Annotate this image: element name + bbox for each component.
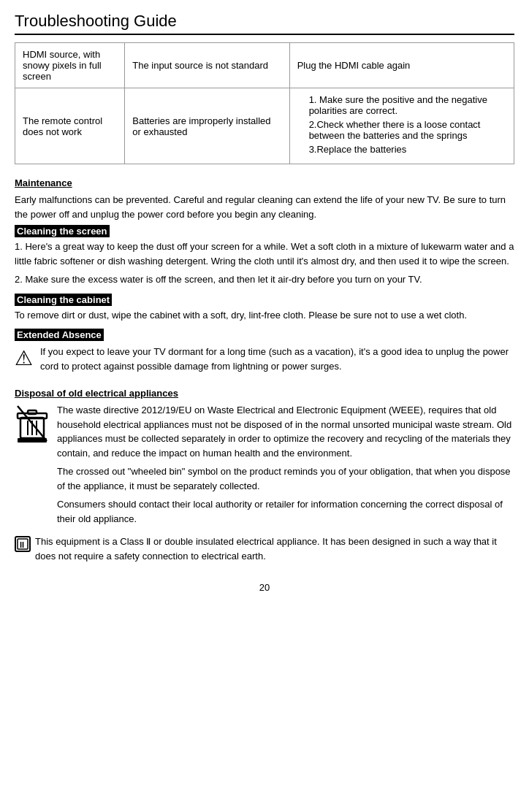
table-cell-symptom-1: HDMI source, with snowy pixels in full s…: [15, 43, 125, 88]
extended-absence-section: Extended Absence ⚠ If you expect to leav…: [15, 329, 514, 378]
page-number: 20: [15, 582, 514, 593]
maintenance-intro: Early malfunctions can be prevented. Car…: [15, 193, 514, 221]
cleaning-screen-para1: 1. Here's a great way to keep the dust o…: [15, 240, 514, 268]
warning-icon: ⚠: [15, 346, 33, 370]
cleaning-cabinet-heading: Cleaning the cabinet: [15, 294, 112, 306]
disposal-para2: The crossed out "wheeled bin" symbol on …: [57, 464, 514, 493]
solution-item-3: 3.Replace the batteries: [309, 144, 506, 155]
maintenance-section: Maintenance Early malfunctions can be pr…: [15, 177, 514, 378]
table-row: HDMI source, with snowy pixels in full s…: [15, 43, 514, 88]
svg-rect-2: [28, 410, 37, 414]
table-cell-solution-1: Plug the HDMI cable again: [289, 43, 514, 88]
table-cell-solution-2: 1. Make sure the positive and the negati…: [289, 88, 514, 164]
disposal-section: Disposal of old electrical appliances Th…: [15, 388, 514, 567]
table-row: The remote control does not work Batteri…: [15, 88, 514, 164]
cleaning-cabinet-text: To remove dirt or dust, wipe the cabinet…: [15, 308, 514, 323]
cleaning-cabinet-section: Cleaning the cabinet To remove dirt or d…: [15, 294, 514, 323]
cleaning-screen-para2: 2. Make sure the excess water is off the…: [15, 272, 514, 287]
disposal-para1: The waste directive 2012/19/EU on Waste …: [57, 403, 514, 460]
cleaning-screen-heading: Cleaning the screen: [15, 225, 110, 237]
table-cell-cause-2: Batteries are improperly installed or ex…: [125, 88, 289, 164]
svg-text:II: II: [20, 540, 24, 549]
disposal-heading: Disposal of old electrical appliances: [15, 388, 514, 399]
extended-absence-heading: Extended Absence: [15, 329, 104, 341]
solution-item-1: 1. Make sure the positive and the negati…: [309, 94, 506, 116]
extended-absence-text: If you expect to leave your TV dormant f…: [40, 345, 514, 373]
page-title: Troubleshooting Guide: [15, 12, 514, 35]
solution-item-2: 2.Check whether there is a loose contact…: [309, 119, 506, 141]
disposal-text-block: The waste directive 2012/19/EU on Waste …: [57, 403, 514, 530]
cleaning-screen-section: Cleaning the screen 1. Here's a great wa…: [15, 226, 514, 287]
maintenance-heading: Maintenance: [15, 177, 514, 188]
disposal-content: The waste directive 2012/19/EU on Waste …: [15, 403, 514, 530]
disposal-para3: Consumers should contact their local aut…: [57, 497, 514, 526]
class2-text: This equipment is a Class Ⅱ or double in…: [35, 535, 514, 563]
table-cell-symptom-2: The remote control does not work: [15, 88, 125, 164]
troubleshooting-table: HDMI source, with snowy pixels in full s…: [15, 42, 514, 164]
weee-icon: [15, 403, 50, 444]
svg-rect-7: [18, 438, 47, 443]
class2-row: II This equipment is a Class Ⅱ or double…: [15, 535, 514, 567]
class2-icon: II: [15, 536, 31, 554]
table-cell-cause-1: The input source is not standard: [125, 43, 289, 88]
